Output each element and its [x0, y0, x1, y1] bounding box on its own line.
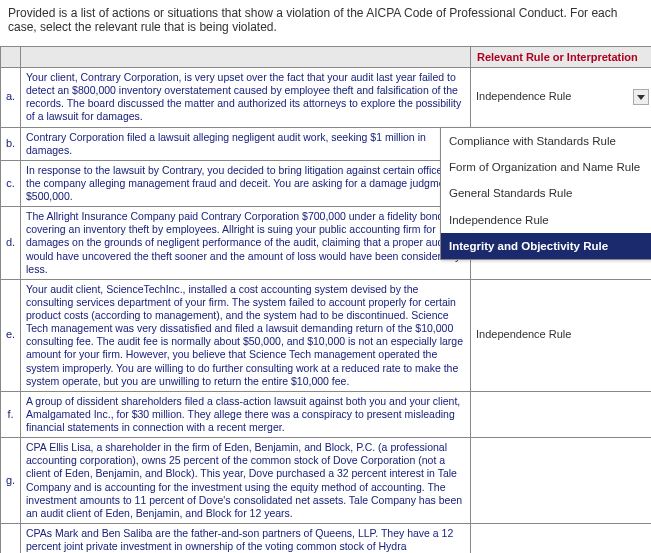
row-description: Contrary Corporation filed a lawsuit all… [21, 127, 471, 160]
row-label: e. [1, 279, 21, 391]
dropdown-option[interactable]: Integrity and Objectivity Rule [441, 233, 651, 259]
row-rule-cell[interactable] [471, 438, 652, 524]
row-rule-cell[interactable] [471, 523, 652, 553]
table-row: h.CPAs Mark and Ben Saliba are the fathe… [1, 523, 652, 553]
header-rule: Relevant Rule or Interpretation [471, 47, 652, 68]
chevron-down-icon[interactable] [633, 89, 649, 105]
dropdown-option[interactable]: Independence Rule [441, 207, 651, 233]
row-description: A group of dissident shareholders filed … [21, 391, 471, 437]
row-rule-cell[interactable] [471, 391, 652, 437]
table-row: g.CPA Ellis Lisa, a shareholder in the f… [1, 438, 652, 524]
row-rule-cell[interactable]: Independence Rule [471, 279, 652, 391]
table-row: a.Your client, Contrary Corporation, is … [1, 68, 652, 128]
table-row: e.Your audit client, ScienceTechInc., in… [1, 279, 652, 391]
row-description: Your client, Contrary Corporation, is ve… [21, 68, 471, 128]
row-label: d. [1, 207, 21, 280]
rule-dropdown-menu: Compliance with Standards RuleForm of Or… [440, 127, 651, 261]
row-label: f. [1, 391, 21, 437]
dropdown-option[interactable]: General Standards Rule [441, 180, 651, 206]
row-label: a. [1, 68, 21, 128]
dropdown-option[interactable]: Compliance with Standards Rule [441, 128, 651, 154]
header-empty-2 [21, 47, 471, 68]
instructions-text: Provided is a list of actions or situati… [0, 0, 651, 46]
header-empty-1 [1, 47, 21, 68]
dropdown-option[interactable]: Form of Organization and Name Rule [441, 154, 651, 180]
row-description: CPAs Mark and Ben Saliba are the father-… [21, 523, 471, 553]
row-description: In response to the lawsuit by Contrary, … [21, 160, 471, 206]
row-rule-cell[interactable]: Independence RuleCompliance with Standar… [471, 68, 652, 128]
table-row: f.A group of dissident shareholders file… [1, 391, 652, 437]
row-description: Your audit client, ScienceTechInc., inst… [21, 279, 471, 391]
row-description: CPA Ellis Lisa, a shareholder in the fir… [21, 438, 471, 524]
row-label: g. [1, 438, 21, 524]
row-description: The Allright Insurance Company paid Cont… [21, 207, 471, 280]
violations-table: Relevant Rule or Interpretation a.Your c… [0, 46, 651, 553]
row-label: c. [1, 160, 21, 206]
row-label: b. [1, 127, 21, 160]
row-label: h. [1, 523, 21, 553]
